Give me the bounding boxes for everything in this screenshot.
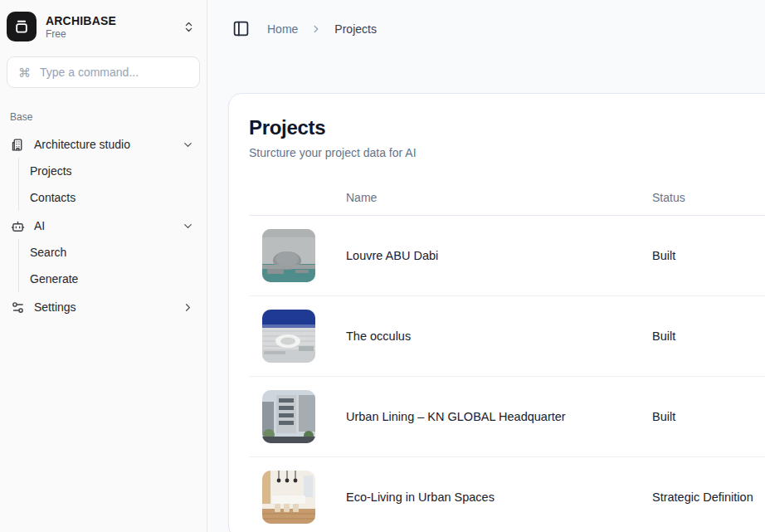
workspace-name: ARCHIBASE bbox=[46, 14, 116, 27]
command-input[interactable] bbox=[40, 66, 190, 79]
project-name: Louvre ABU Dabi bbox=[346, 249, 652, 262]
sidebar-section-label: Base bbox=[10, 111, 197, 123]
sidebar-item-label: AI bbox=[34, 219, 45, 232]
breadcrumb-home-link[interactable]: Home bbox=[267, 22, 298, 36]
name-column-header: Name bbox=[346, 191, 652, 204]
page-title: Projects bbox=[249, 115, 765, 140]
sidebar-item-projects[interactable]: Projects bbox=[19, 158, 202, 184]
archibase-logo-icon bbox=[7, 12, 37, 41]
project-thumbnail bbox=[262, 390, 315, 443]
chevron-right-icon bbox=[182, 301, 194, 314]
sidebar-item-label: Architecture studio bbox=[34, 138, 130, 151]
table-row[interactable]: The occulus Built bbox=[249, 296, 765, 377]
breadcrumb-current-page: Projects bbox=[334, 22, 377, 36]
project-name: The occulus bbox=[346, 329, 652, 343]
panel-left-icon bbox=[232, 20, 250, 37]
breadcrumb: Home Projects bbox=[232, 20, 765, 37]
projects-table: Name Status Louvre bbox=[249, 179, 765, 532]
topbar: Home Projects bbox=[207, 0, 765, 93]
workspace-switcher[interactable]: ARCHIBASE Free bbox=[0, 0, 207, 50]
table-row[interactable]: Eco-Living in Urban Spaces Strategic Def… bbox=[249, 457, 765, 532]
projects-card: Projects Sturcture your project data for… bbox=[228, 93, 765, 532]
chevron-down-icon bbox=[182, 220, 194, 232]
project-thumbnail bbox=[262, 471, 315, 524]
status-column-header: Status bbox=[652, 191, 765, 204]
architecture-studio-subnav: Projects Contacts bbox=[18, 158, 202, 211]
table-header: Name Status bbox=[249, 179, 765, 216]
project-status: Built bbox=[652, 329, 765, 343]
project-thumbnail bbox=[262, 310, 315, 363]
sidebar-toggle-button[interactable] bbox=[232, 20, 250, 37]
project-status: Strategic Definition bbox=[652, 491, 765, 504]
chevron-right-icon bbox=[310, 23, 322, 35]
command-palette-input-wrap: ⌘ bbox=[7, 56, 200, 88]
table-row[interactable]: Louvre ABU Dabi Built bbox=[249, 216, 765, 296]
workspace-plan-badge: Free bbox=[46, 28, 116, 40]
sidebar-item-contacts[interactable]: Contacts bbox=[19, 184, 202, 211]
sidebar-nav: Architecture studio Projects Contacts AI… bbox=[0, 131, 207, 320]
ai-subnav: Search Generate bbox=[18, 239, 202, 292]
project-name: Urban Lining – KN GLOBAL Headquarter bbox=[346, 410, 652, 423]
page-subtitle: Sturcture your project data for AI bbox=[249, 144, 765, 161]
sliders-icon bbox=[11, 300, 25, 315]
table-row[interactable]: Urban Lining – KN GLOBAL Headquarter Bui… bbox=[249, 377, 765, 457]
sidebar-item-generate[interactable]: Generate bbox=[19, 266, 202, 292]
sidebar: ARCHIBASE Free ⌘ Base Architecture studi… bbox=[0, 0, 207, 532]
sidebar-item-architecture-studio[interactable]: Architecture studio bbox=[5, 131, 202, 158]
sidebar-item-ai[interactable]: AI bbox=[5, 212, 202, 239]
project-status: Built bbox=[652, 410, 765, 423]
main-area: Home Projects Projects Sturcture your pr… bbox=[207, 0, 765, 532]
command-key-icon: ⌘ bbox=[18, 66, 31, 79]
project-name: Eco-Living in Urban Spaces bbox=[346, 491, 652, 504]
project-status: Built bbox=[652, 249, 765, 262]
chevron-down-icon bbox=[182, 139, 194, 151]
chevrons-up-down-icon bbox=[183, 21, 195, 33]
building-icon bbox=[11, 138, 25, 152]
sidebar-item-label: Settings bbox=[34, 300, 76, 314]
sidebar-item-search[interactable]: Search bbox=[19, 239, 202, 266]
sidebar-item-settings[interactable]: Settings bbox=[5, 294, 202, 320]
project-thumbnail bbox=[262, 229, 315, 282]
bot-icon bbox=[11, 219, 25, 233]
